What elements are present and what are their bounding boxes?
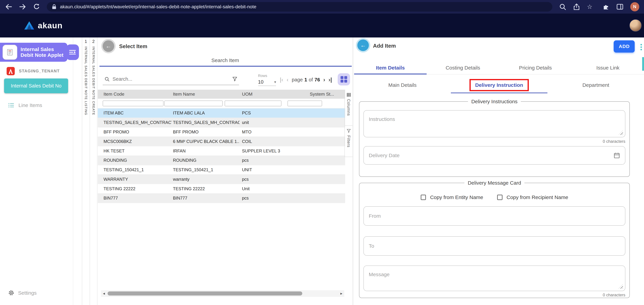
column-header[interactable]: System St... [303,92,345,97]
user-avatar[interactable] [630,19,642,32]
column-header[interactable]: UOM [240,92,303,97]
screen: akaun.cloud/#/applets/tnt/wavelet/erp/in… [0,0,644,305]
page-indicator: page 1 of 76 [292,77,320,83]
tab-pricing-details[interactable]: Pricing Details [499,62,572,74]
browser-profile-avatar[interactable]: N [630,2,639,11]
table-row[interactable]: WARRANTYwarrantypcs [98,175,345,184]
message-textarea[interactable]: Message [364,265,625,291]
sidebar-item-settings[interactable]: Settings [8,290,36,296]
column-filter-input[interactable] [103,101,164,106]
sidebar-item-applet[interactable]: Internal Sales Debit Note Applet [0,43,68,62]
table-row[interactable]: TESTING_SALES_MH_CONTRACTTESTING_SALES_M… [98,118,345,128]
filter-funnel-icon [346,129,351,133]
resize-handle-icon[interactable] [618,284,623,289]
filters-tab-label: Filters [346,135,351,147]
column-header[interactable]: Item Code [98,92,172,97]
column-filter-input[interactable] [288,101,322,106]
chevron-down-icon: ▾ [274,80,276,84]
first-page-icon[interactable]: |‹ [280,77,283,83]
delivery-date-field[interactable]: Delivery Date [364,146,625,165]
table-row[interactable]: BFF PROMOBFF PROMOMTO [98,128,345,137]
tab-costing-details[interactable]: Costing Details [426,62,499,74]
table-cell: unit [240,120,303,125]
zoom-icon[interactable] [559,3,566,11]
column-filter-input[interactable] [225,101,282,106]
side-panel-icon[interactable] [616,3,624,11]
sidebar-item-internal-sales-debit-note[interactable]: Internal Sales Debit No [4,79,68,93]
panel-title: Select Item [119,43,147,50]
page-scrollbar-thumb[interactable] [642,57,644,71]
tenant-selector[interactable]: STAGING_TENANT [6,67,60,75]
grid-view-button[interactable] [338,73,350,86]
table-cell: BIN777 [98,196,172,201]
tab-main-details[interactable]: Main Details [354,77,451,93]
table-side-strip: Columns Filters [344,90,352,157]
extensions-puzzle-icon[interactable] [602,3,610,11]
workspace-tab-create[interactable]: 2 INTERNAL SALES DEBIT NOTE CREATE [90,38,98,305]
filter-funnel-icon[interactable] [232,77,238,82]
table-cell: UNIT [240,167,303,172]
table-cell: TESTING 22222 [98,186,172,191]
copy-entity-checkbox[interactable] [421,195,426,200]
search-input[interactable] [112,76,229,82]
table-cell: MCSC006BKZ [98,139,172,144]
table-row[interactable]: MCSC006BKZ6 MM² CU/PVC BLACK CABLE 1...C… [98,137,345,146]
next-page-icon[interactable]: › [323,77,325,83]
share-icon[interactable] [573,3,580,11]
table-row[interactable]: ROUNDINGROUNDINGpcs [98,156,345,165]
table-cell: ROUNDING [98,158,172,163]
workspace-tab-listing[interactable]: 1 INTERNAL SALES DEBIT NOTE LISTING [82,38,90,305]
copy-recipient-checkbox[interactable] [497,195,502,200]
tab-department[interactable]: Department [548,77,644,93]
table-row[interactable]: TESTING 22222TESTING 22222Unit [98,184,345,194]
browser-chrome: akaun.cloud/#/applets/tnt/wavelet/erp/in… [0,0,644,14]
calendar-icon[interactable] [614,152,620,159]
table-cell: BFF PROMO [98,130,172,134]
applet-name-label: Internal Sales Debit Note Applet [20,47,67,58]
columns-panel-tab[interactable]: Columns [345,90,352,126]
last-page-icon[interactable]: ›| [328,77,332,83]
collapse-menu-icon[interactable] [66,45,79,60]
table-cell: HK TESET [98,149,172,153]
table-cell: COIL [240,139,303,144]
browser-reload-icon[interactable] [33,3,40,11]
table-row[interactable]: TESTING_150421_1TESTING_150421_1UNIT [98,165,345,175]
from-field[interactable]: From [364,206,625,226]
scrollbar-thumb[interactable] [108,291,302,295]
address-bar[interactable]: akaun.cloud/#/applets/tnt/wavelet/erp/in… [47,2,552,12]
tab-delivery-instruction[interactable]: Delivery Instruction [451,77,548,93]
add-button[interactable]: ADD [614,40,635,53]
bookmark-star-icon[interactable]: ☆ [587,4,592,10]
prev-page-icon[interactable]: ‹ [286,77,288,83]
table-row[interactable]: HK TESETIRFANSUPPLER LEVEL 3 [98,146,345,156]
to-field[interactable]: To [364,236,625,256]
back-button[interactable]: ← [103,40,114,52]
tab-search-item[interactable]: Search Item [98,58,352,63]
back-button[interactable]: ← [357,40,369,51]
add-item-panel: ← Add Item ADD Item Details Costing Deta… [354,38,644,305]
table-row[interactable]: ITEM ABCITEM ABC LALAPCS [98,109,345,118]
browser-back-icon[interactable] [5,3,12,11]
table-filter-row [98,99,345,109]
tab-item-details[interactable]: Item Details [354,62,426,74]
sidebar-item-line-items[interactable]: Line Items [8,102,42,108]
pagination: |‹ ‹ page 1 of 76 › ›| [280,77,332,83]
settings-label: Settings [18,290,36,296]
browser-forward-icon[interactable] [19,3,26,11]
vertical-ellipsis-icon[interactable] [640,44,642,50]
column-filter-input[interactable] [164,101,223,106]
tab-issue-link[interactable]: Issue Link [572,62,644,74]
rows-per-page-select[interactable]: Rows 10 ▾ [258,74,276,86]
table-row[interactable]: BIN777BIN777pcs [98,194,345,203]
instructions-textarea[interactable]: Instructions [364,110,625,137]
item-table-body: ITEM ABCITEM ABC LALAPCSTESTING_SALES_MH… [98,109,345,203]
scroll-left-icon[interactable]: ◄ [101,291,107,295]
copy-options-row: Copy from Entity Name Copy from Recipien… [364,193,625,201]
rows-value: 10 [258,79,264,85]
scroll-right-icon[interactable]: ► [338,291,344,295]
tenant-name-label: STAGING_TENANT [19,69,60,73]
filters-panel-tab[interactable]: Filters [345,126,352,157]
scrollbar-track[interactable] [107,291,338,296]
column-header[interactable]: Item Name [172,92,240,97]
resize-handle-icon[interactable] [618,130,623,135]
